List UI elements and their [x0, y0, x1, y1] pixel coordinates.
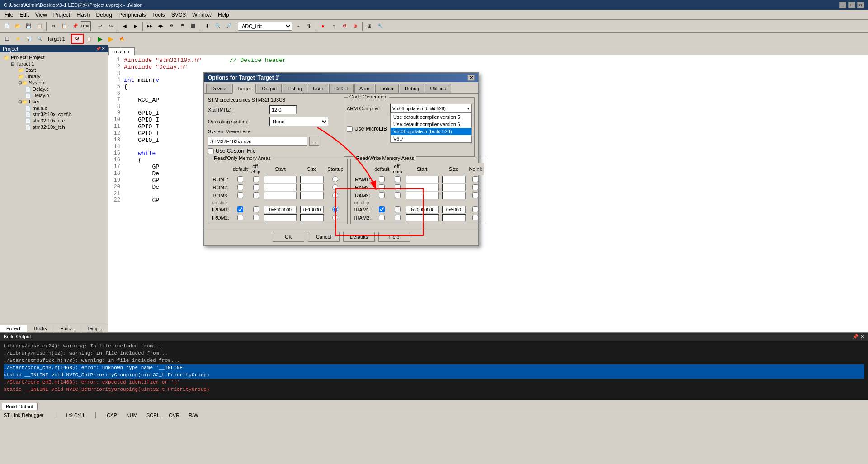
rw-iram2-noinit-cb[interactable]: [472, 215, 478, 220]
rw-iram1-size[interactable]: [442, 206, 466, 213]
dialog-tab-listing[interactable]: Listing: [283, 84, 307, 93]
dialog-tab-output[interactable]: Output: [257, 84, 282, 93]
ro-irom1-size[interactable]: [300, 206, 324, 213]
rw-ram1-size[interactable]: [442, 176, 466, 183]
ro-irom2-size[interactable]: [300, 214, 324, 221]
ro-rom2-label: ROM2:: [210, 183, 231, 192]
arm-compiler-dropdown: Use default compiler version 5 Use defau…: [390, 113, 472, 143]
ro-rom2-start[interactable]: [264, 184, 297, 191]
arm-compiler-display[interactable]: V5.06 update 5 (build 528) ▼: [390, 104, 472, 113]
custom-file-checkbox[interactable]: [208, 148, 214, 154]
rw-header-row: default off-chip Start Size NoInit: [353, 163, 484, 175]
ro-rom2-default-cb[interactable]: [237, 184, 243, 190]
rw-ram1-offchip-cb[interactable]: [395, 176, 401, 182]
ro-irom2-default-cb[interactable]: [237, 215, 243, 220]
ro-rom3-startup[interactable]: [332, 192, 338, 198]
os-select[interactable]: None: [269, 117, 328, 126]
rw-ram1-noinit-cb[interactable]: [472, 176, 478, 182]
rw-ram2-start[interactable]: [406, 184, 439, 191]
rw-iram2-size[interactable]: [442, 214, 466, 221]
rw-iram2-offchip-cb[interactable]: [395, 215, 401, 220]
ok-button[interactable]: OK: [273, 232, 304, 242]
ro-mem-table: default off-chip Start Size Startup ROM1…: [210, 163, 345, 222]
ro-irom1-start[interactable]: [264, 206, 297, 213]
help-button[interactable]: Help: [378, 232, 410, 242]
compiler-option-1[interactable]: Use default compiler version 6: [391, 121, 471, 128]
ro-rom3-size[interactable]: [300, 192, 324, 199]
ro-rom1-offchip-cb[interactable]: [253, 176, 259, 182]
rw-ram2-size[interactable]: [442, 184, 466, 191]
dialog-close-button[interactable]: ✕: [467, 75, 475, 81]
ro-rom3-default-cb[interactable]: [237, 192, 243, 198]
ro-rom1-default-cb[interactable]: [237, 176, 243, 182]
rw-iram2-start[interactable]: [406, 214, 439, 221]
rw-mem-title: Read/Write Memory Areas: [354, 155, 416, 161]
ro-irom1-offchip-cb[interactable]: [253, 206, 259, 212]
rw-ram3-default-cb[interactable]: [379, 192, 385, 198]
rw-iram1-default-cb[interactable]: [379, 206, 385, 212]
rw-ram1-start[interactable]: [406, 176, 439, 183]
sysviewer-row: System Viewer File:: [208, 129, 340, 134]
rw-ram1-default-cb[interactable]: [379, 176, 385, 182]
ro-irom1-startup[interactable]: [332, 206, 338, 212]
rw-ram2-noinit-cb[interactable]: [472, 184, 478, 190]
ro-onchip-label: on-chip: [210, 200, 345, 206]
dialog-tab-asm[interactable]: Asm: [354, 84, 374, 93]
rw-ram2-default-cb[interactable]: [379, 184, 385, 190]
rw-ram2-offchip-cb[interactable]: [395, 184, 401, 190]
rw-th-noinit: NoInit: [467, 163, 484, 175]
ro-rom3-offchip-cb[interactable]: [253, 192, 259, 198]
rw-iram1-noinit-cb[interactable]: [472, 206, 478, 212]
microlib-checkbox[interactable]: [347, 126, 353, 132]
sysviewer-browse-btn[interactable]: ...: [309, 137, 319, 146]
ro-irom2-offchip-cb[interactable]: [253, 215, 259, 220]
compiler-option-0[interactable]: Use default compiler version 5: [391, 113, 471, 121]
ro-th-start: Start: [262, 163, 298, 175]
ro-irom2-row: IROM2:: [210, 214, 345, 222]
ro-rom2-startup[interactable]: [332, 184, 338, 190]
ro-rom1-label: ROM1:: [210, 175, 231, 183]
cancel-button[interactable]: Cancel: [308, 232, 340, 242]
rw-iram1-start[interactable]: [406, 206, 439, 213]
custom-file-row: Use Custom File: [208, 148, 340, 154]
dialog-body: STMicroelectronics STM32F103C8 Xtal (MHz…: [204, 94, 478, 228]
ro-rom2-offchip-cb[interactable]: [253, 184, 259, 190]
rw-onchip-header-row: on-chip: [353, 200, 484, 206]
rw-ram3-noinit-cb[interactable]: [472, 192, 478, 198]
ro-th-startup: Startup: [326, 163, 345, 175]
ro-rom1-startup[interactable]: [332, 176, 338, 182]
ro-irom1-default-cb[interactable]: [237, 206, 243, 212]
rw-ram3-size[interactable]: [442, 192, 466, 199]
dialog-tab-device[interactable]: Device: [206, 84, 231, 93]
compiler-option-3[interactable]: V6.7: [391, 135, 471, 142]
ro-irom2-label: IROM2:: [210, 214, 231, 222]
sysviewer-input[interactable]: [208, 137, 307, 146]
rw-iram1-offchip-cb[interactable]: [395, 206, 401, 212]
dialog-tab-debug[interactable]: Debug: [400, 84, 424, 93]
dialog-tab-target[interactable]: Target: [232, 84, 256, 94]
dialog-tab-linker[interactable]: Linker: [375, 84, 399, 93]
ro-rom2-row: ROM2:: [210, 183, 345, 192]
ro-rom2-size[interactable]: [300, 184, 324, 191]
dialog-tab-utilities[interactable]: Utilities: [425, 84, 451, 93]
defaults-button[interactable]: Defaults: [343, 232, 375, 242]
ro-onchip-header-row: on-chip: [210, 200, 345, 206]
rw-iram2-default-cb[interactable]: [379, 215, 385, 220]
arm-compiler-value: V5.06 update 5 (build 528): [391, 106, 466, 111]
ro-rom1-start[interactable]: [264, 176, 297, 183]
ro-rom3-start[interactable]: [264, 192, 297, 199]
dialog-tab-cc[interactable]: C/C++: [329, 84, 354, 93]
dialog-tab-user[interactable]: User: [308, 84, 328, 93]
ro-irom2-start[interactable]: [264, 214, 297, 221]
ro-rom1-size[interactable]: [300, 176, 324, 183]
rw-ram3-offchip-cb[interactable]: [395, 192, 401, 198]
xtal-input[interactable]: [269, 105, 297, 114]
ro-th-default: default: [231, 163, 250, 175]
rw-iram1-row: IRAM1:: [353, 206, 484, 214]
compiler-option-2[interactable]: V5.06 update 5 (build 528): [391, 128, 471, 135]
rw-ram3-row: RAM3:: [353, 192, 484, 200]
ro-rom3-row: ROM3:: [210, 192, 345, 200]
ro-irom2-startup[interactable]: [332, 215, 338, 220]
rw-ram2-label: RAM2:: [353, 183, 373, 192]
rw-ram3-start[interactable]: [406, 192, 439, 199]
